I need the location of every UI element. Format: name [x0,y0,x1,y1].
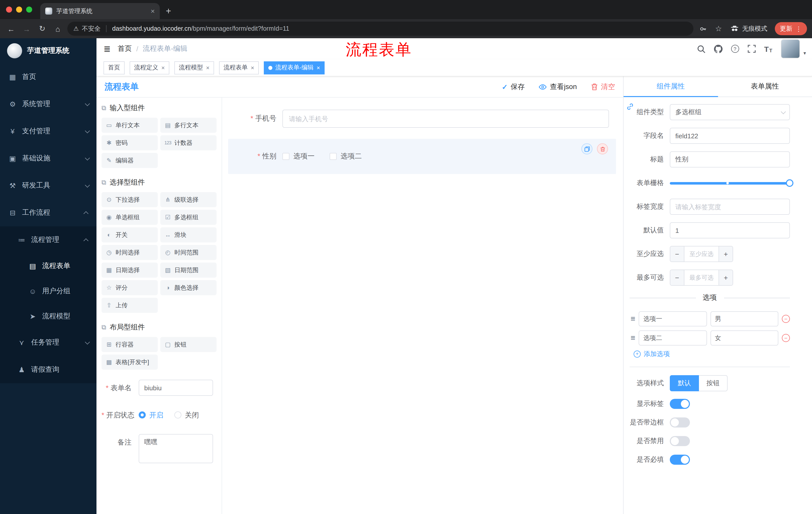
min-select-value[interactable]: 至少应选 [685,246,719,262]
palette-item-switch[interactable]: ◐开关 [102,227,158,242]
max-select-value[interactable]: 最多可选 [685,270,719,285]
disabled-switch[interactable] [670,436,690,446]
palette-item-color-picker[interactable]: ◑颜色选择 [160,280,216,295]
grid-slider[interactable] [670,175,790,191]
password-key-icon[interactable] [697,23,709,35]
sidebar-item-infra[interactable]: ▣ 基础设施 [0,145,96,172]
browser-menu-icon[interactable]: ⋮ [795,25,802,32]
increase-button[interactable]: + [719,246,733,262]
palette-item-password[interactable]: ✱密码 [102,135,158,151]
sidebar-item-process-form[interactable]: ▤ 流程表单 [0,253,96,279]
sidebar-item-leave-query[interactable]: ♟ 请假查询 [0,356,96,383]
sidebar-item-workflow[interactable]: ⊟ 工作流程 [0,199,96,226]
tag-process-model[interactable]: 流程模型 × [174,61,214,74]
remove-option-button[interactable]: − [782,334,790,342]
show-label-switch[interactable] [670,399,690,409]
option-1-label-input[interactable] [639,311,707,326]
palette-item-date-picker[interactable]: ▦日期选择 [102,263,158,278]
drag-handle-icon[interactable]: ≡ [631,333,635,343]
tab-form-props[interactable]: 表单属性 [718,77,812,97]
palette-item-editor[interactable]: ✎编辑器 [102,153,158,168]
design-canvas[interactable]: 手机号 [222,98,623,514]
avatar-caret-icon[interactable]: ▾ [804,50,806,56]
required-switch[interactable] [670,455,690,465]
new-tab-button[interactable]: + [166,6,171,16]
tab-component-props[interactable]: 组件属性 [624,77,718,97]
status-radio-off[interactable]: 关闭 [174,407,199,423]
add-option-button[interactable]: + 添加选项 [634,350,790,359]
sidebar-fold-icon[interactable]: ≣ [96,44,118,54]
clear-button[interactable]: 清空 [591,82,615,91]
link-icon[interactable] [625,102,635,112]
minimize-window-button[interactable] [16,6,22,12]
canvas-field-phone[interactable]: 手机号 [222,105,609,133]
gender-option-2[interactable]: 选项二 [330,152,362,161]
label-width-input[interactable] [670,199,790,215]
palette-item-multi-line-text[interactable]: ▤多行文本 [160,118,216,133]
search-icon[interactable] [697,45,705,53]
palette-item-time-picker[interactable]: ◷时间选择 [102,245,158,260]
tab-close-icon[interactable]: × [151,7,155,15]
style-button-button[interactable]: 按钮 [699,375,728,391]
drag-handle-icon[interactable]: ≡ [631,314,635,323]
sidebar-item-devtools[interactable]: ⚒ 研发工具 [0,172,96,199]
palette-item-date-range[interactable]: ▧日期范围 [160,263,216,278]
copy-field-button[interactable] [581,143,592,154]
tag-close-icon[interactable]: × [251,64,254,71]
remove-option-button[interactable]: − [782,315,790,323]
help-icon[interactable]: ? [731,45,739,53]
default-value-input[interactable] [670,222,790,238]
decrease-button[interactable]: − [670,270,685,285]
sidebar-item-payment[interactable]: ¥ 支付管理 [0,118,96,145]
back-button[interactable]: ← [5,23,17,35]
phone-input[interactable] [282,110,609,128]
palette-item-checkbox-group[interactable]: ☑多选框组 [160,210,216,225]
font-size-icon[interactable]: TT [764,45,772,53]
palette-item-select[interactable]: ⊙下拉选择 [102,192,158,207]
sidebar-item-home[interactable]: ▦ 首页 [0,63,96,90]
palette-item-counter[interactable]: 123计数器 [160,135,216,151]
home-button[interactable]: ⌂ [52,23,64,35]
view-json-button[interactable]: 查看json [539,82,577,91]
tag-close-icon[interactable]: × [161,64,165,71]
bookmark-star-icon[interactable]: ☆ [713,23,725,35]
status-radio-on[interactable]: 开启 [139,407,163,423]
tag-close-icon[interactable]: × [206,64,209,71]
sidebar-item-system[interactable]: ⚙ 系统管理 [0,90,96,118]
palette-item-radio-group[interactable]: ◉单选框组 [102,210,158,225]
sidebar-item-process-mgmt[interactable]: ≔ 流程管理 [0,226,96,253]
palette-item-time-range[interactable]: ◴时间范围 [160,245,216,260]
sidebar-item-user-group[interactable]: ☺ 用户分组 [0,279,96,304]
zoom-window-button[interactable] [26,6,32,12]
increase-button[interactable]: + [719,270,733,285]
breadcrumb-home[interactable]: 首页 [118,44,132,53]
palette-item-slider[interactable]: ↔滑块 [160,227,216,242]
browser-update-button[interactable]: 更新 ⋮ [775,22,807,35]
tag-close-icon[interactable]: × [317,64,320,71]
sidebar-item-task-mgmt[interactable]: ⋎ 任务管理 [0,329,96,356]
tag-process-form[interactable]: 流程表单 × [219,61,259,74]
address-bar[interactable]: ⚠ 不安全 dashboard.yudao.iocoder.cn/bpm/man… [67,22,693,36]
title-input[interactable] [670,152,790,167]
user-avatar[interactable] [781,39,800,58]
decrease-button[interactable]: − [670,246,685,262]
delete-field-button[interactable] [597,143,608,154]
slider-handle[interactable] [786,179,793,187]
canvas-field-gender-selected[interactable]: 性别 选项一 选项二 [228,139,616,174]
tag-home[interactable]: 首页 [104,61,125,74]
form-remark-textarea[interactable]: 嘿嘿 [139,434,213,463]
palette-item-single-line-text[interactable]: ▭单行文本 [102,118,158,133]
palette-item-cascader[interactable]: ⋔级联选择 [160,192,216,207]
option-2-label-input[interactable] [639,330,707,346]
tag-process-form-edit[interactable]: 流程表单-编辑 × [264,61,325,74]
forward-button[interactable]: → [21,23,33,35]
reload-button[interactable]: ↻ [36,23,48,35]
field-name-input[interactable] [670,128,790,144]
gender-option-1[interactable]: 选项一 [282,152,315,161]
component-type-select[interactable]: 多选框组 [670,104,790,120]
close-window-button[interactable] [6,6,12,12]
palette-item-upload[interactable]: ⇧上传 [102,298,158,313]
palette-item-rate[interactable]: ☆评分 [102,280,158,295]
option-1-value-input[interactable] [710,311,778,326]
palette-item-button[interactable]: ▢按钮 [160,337,216,352]
